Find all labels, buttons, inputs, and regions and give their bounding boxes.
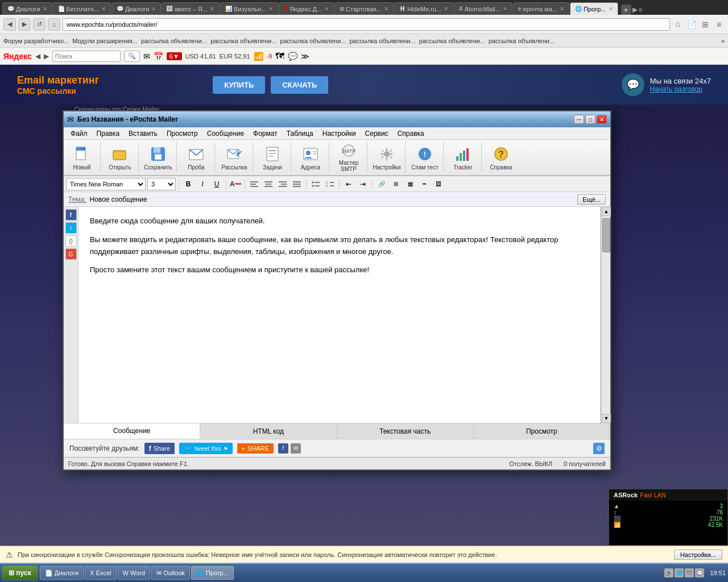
toolbar-addr-btn[interactable]: Адреса [296, 142, 325, 173]
forward-btn[interactable]: ▶ [18, 18, 31, 31]
sidebar-google-btn[interactable]: G [65, 248, 77, 260]
yandex-search-input[interactable] [52, 51, 121, 62]
yandex-more-icon[interactable]: ≫ [301, 52, 309, 61]
insert-table-btn[interactable]: ⊞ [390, 178, 402, 190]
toolbar-tracker-btn[interactable]: Tracker [448, 142, 478, 173]
bookmark-3[interactable]: рассылка объявлени... [141, 38, 207, 44]
image-btn[interactable]: 🖼 [432, 178, 445, 190]
menu-service[interactable]: Сервис [361, 128, 393, 139]
browser-menu-btn[interactable]: ≡ [639, 6, 643, 14]
start-button[interactable]: ⊞ пуск [2, 566, 38, 580]
tab-atomicmail[interactable]: A AtomicMail... ✕ [454, 2, 512, 15]
menu-edit[interactable]: Правка [92, 128, 125, 139]
bookmark-star-icon[interactable]: ☆ [672, 19, 684, 30]
back-btn[interactable]: ◀ [3, 18, 16, 31]
toolbar-open-btn[interactable]: Открыть [105, 142, 135, 173]
scroll-up-btn[interactable]: ▲ [602, 207, 611, 216]
email-extra-icon[interactable]: ✉ [291, 443, 301, 454]
toolbar-probe-btn[interactable]: Проба [181, 142, 211, 173]
toolbar-settings-btn[interactable]: Настройки [372, 142, 402, 173]
maximize-btn[interactable]: □ [585, 115, 595, 124]
toolbar-tasks-btn[interactable]: Задачи [258, 142, 287, 173]
menu-help[interactable]: Справка [393, 128, 429, 139]
sidebar-twitter-btn[interactable]: t [65, 222, 77, 234]
tab-start[interactable]: ⊞ Стартовая... ✕ [334, 2, 394, 15]
bookmark-1[interactable]: Форум разработчико... [3, 38, 69, 44]
social-settings-btn[interactable]: ⚙ [593, 443, 605, 454]
taskbar-item-4[interactable]: ✉ Outlook [151, 566, 190, 580]
toolbar-help-btn[interactable]: ? Справка [486, 142, 516, 173]
indent-btn[interactable]: ⇥ [357, 178, 369, 190]
align-left-btn[interactable] [248, 178, 260, 190]
addthis-share-btn[interactable]: + SHARE [237, 443, 274, 454]
tab-visual[interactable]: 📊 Визуальн... ✕ [220, 2, 278, 15]
tray-icon-1[interactable]: 🔊 [664, 568, 673, 577]
page-icon[interactable]: 📄 [686, 19, 697, 30]
toolbar-send-btn[interactable]: Рассылка [220, 142, 249, 173]
menu-file[interactable]: Файл [66, 128, 92, 139]
size-select[interactable]: 3 [147, 178, 176, 190]
taskbar-item-1[interactable]: 📄 Диалоги [40, 566, 84, 580]
font-color-btn[interactable]: A [229, 178, 242, 190]
yandex-map-icon[interactable]: 🗺 [275, 51, 284, 61]
new-tab-btn[interactable]: + [621, 5, 631, 15]
tab-text-part[interactable]: Текстовая часть [337, 423, 474, 439]
toolbar-smtp-btn[interactable]: SMTP Мастер SMTP [334, 142, 363, 173]
hr-btn[interactable]: ━ [418, 178, 431, 190]
sidebar-facebook-btn[interactable]: f [65, 209, 77, 221]
unordered-list-btn[interactable] [309, 178, 322, 190]
tab-prog[interactable]: 🌐 Прогр... ✕ [570, 2, 618, 15]
bookmark-5[interactable]: рассылка объявлени... [280, 38, 346, 44]
yandex-signal-icon[interactable]: 📶 [254, 52, 263, 61]
facebook-share-btn[interactable]: f Share [144, 443, 175, 454]
bookmark-7[interactable]: рассылка объявлени... [419, 38, 485, 44]
tweet-this-btn[interactable]: 🐦 tweet this ➤ [179, 443, 232, 454]
menu-view[interactable]: Просмотр [162, 128, 202, 139]
align-center-btn[interactable] [262, 178, 275, 190]
fb-extra-icon[interactable]: f [278, 443, 288, 454]
browser-settings-icon[interactable]: ≡ [713, 19, 725, 30]
tab-avito[interactable]: 🅰 авито – Я... ✕ [162, 2, 219, 15]
tab-html[interactable]: HTML код [200, 423, 337, 439]
tab-yandex[interactable]: Я Яндекс.Д... ✕ [279, 2, 334, 15]
address-input[interactable] [63, 18, 670, 31]
align-right-btn[interactable] [276, 178, 289, 190]
tab-hideme[interactable]: H HideMe.ru... ✕ [394, 2, 453, 15]
bookmark-more[interactable]: » [721, 38, 725, 44]
ordered-list-btn[interactable]: 1.2. [324, 178, 336, 190]
toolbar-new-btn[interactable]: Новый [67, 142, 97, 173]
tab-dialogi-1[interactable]: 💬 Диалоги ✕ [2, 2, 52, 15]
reload-btn[interactable]: ↺ [33, 18, 46, 31]
toolbar-save-btn[interactable]: Сохранить [143, 142, 173, 173]
tab-message[interactable]: Сообщение [64, 423, 200, 439]
notification-settings-btn[interactable]: Настройки... [674, 550, 722, 560]
insert-link-btn[interactable]: 🔗 [375, 178, 388, 190]
download-button[interactable]: СКАЧАТЬ [271, 76, 328, 94]
more-btn[interactable]: Ещё... [577, 194, 606, 205]
font-select[interactable]: Times New Roman [66, 178, 146, 190]
underline-btn[interactable]: U [210, 178, 223, 190]
bookmark-6[interactable]: рассылка объявлени... [350, 38, 416, 44]
tray-icon-2[interactable]: 🌐 [675, 568, 684, 577]
menu-settings[interactable]: Настройки [318, 128, 361, 139]
yandex-mail-icon[interactable]: ✉ [143, 52, 150, 61]
menu-table[interactable]: Таблица [282, 128, 318, 139]
menu-insert[interactable]: Вставить [124, 128, 162, 139]
editor-scrollbar[interactable]: ▲ ▼ [601, 207, 610, 423]
editor-area[interactable]: Введите сюда сообщение для ваших получат… [78, 207, 601, 423]
tab-scroll-right[interactable]: ▶ [632, 6, 638, 14]
extensions-icon[interactable]: ⊞ [700, 19, 711, 30]
support-link[interactable]: Начать разговор [650, 85, 702, 93]
subject-label[interactable]: Тема: [68, 196, 86, 203]
bold-btn[interactable]: B [182, 178, 195, 190]
tab-dialogi-2[interactable]: 💬 Диалоги ✕ [111, 2, 162, 15]
outdent-btn[interactable]: ⇤ [342, 178, 355, 190]
yandex-nav-fwd[interactable]: ▶ [44, 52, 49, 60]
justify-btn[interactable] [291, 178, 303, 190]
sidebar-code-btn[interactable]: {} [65, 235, 77, 247]
taskbar-item-5[interactable]: 🌐 Прогр... [191, 566, 234, 580]
yandex-message-icon[interactable]: 💬 [288, 52, 297, 61]
minimize-btn[interactable]: ─ [574, 115, 584, 124]
yandex-calendar-icon[interactable]: 📅 [154, 52, 163, 61]
tab-besplatno[interactable]: 📄 Бесплатн... ✕ [53, 2, 111, 15]
